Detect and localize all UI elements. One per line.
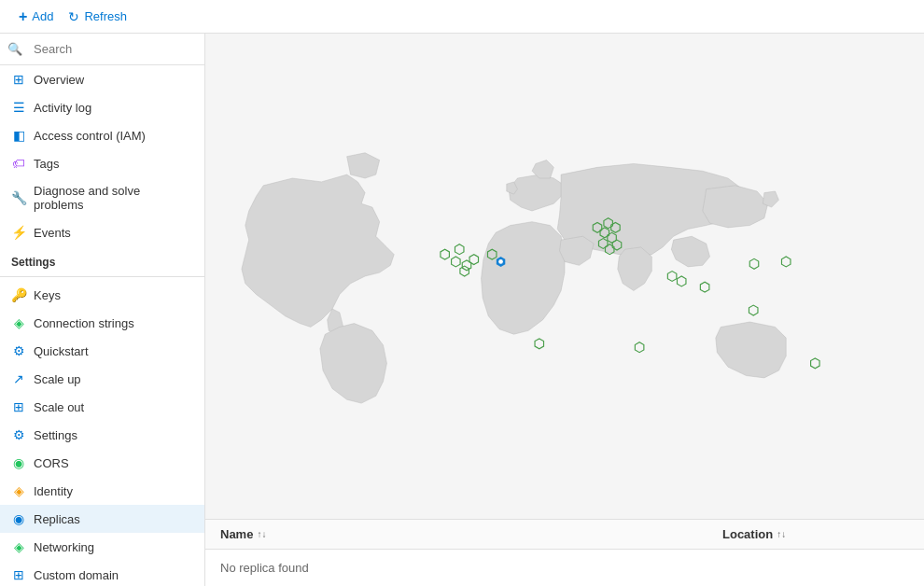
map-marker-0 — [441, 249, 449, 259]
sidebar-item-activity-log[interactable]: ☰ Activity log — [0, 93, 204, 121]
sidebar-label-identity: Identity — [34, 484, 73, 498]
map-marker-5 — [460, 266, 469, 276]
settings-icon: ⚙ — [11, 427, 26, 442]
access-control-icon: ◧ — [11, 128, 26, 143]
refresh-label: Refresh — [84, 9, 127, 23]
sidebar: 🔍 ⊞ Overview ☰ Activity log ◧ Access con… — [0, 34, 205, 586]
sidebar-label-cors: CORS — [34, 456, 69, 470]
identity-icon: ◈ — [11, 483, 26, 498]
sidebar-item-scale-out[interactable]: ⊞ Scale out — [0, 393, 204, 421]
search-box: 🔍 — [0, 34, 204, 65]
plus-icon: + — [19, 8, 27, 25]
sidebar-item-keys[interactable]: 🔑 Keys — [0, 281, 204, 309]
sidebar-label-networking: Networking — [34, 540, 94, 554]
sidebar-label-replicas: Replicas — [34, 512, 80, 526]
sidebar-item-overview[interactable]: ⊞ Overview — [0, 65, 204, 93]
no-data-message: No replica found — [220, 557, 909, 579]
sidebar-item-networking[interactable]: ◈ Networking — [0, 533, 204, 561]
sidebar-item-access-control[interactable]: ◧ Access control (IAM) — [0, 121, 204, 149]
scale-out-icon: ⊞ — [11, 399, 26, 414]
sidebar-item-cors[interactable]: ◉ CORS — [0, 449, 204, 477]
sidebar-item-replicas[interactable]: ◉ Replicas — [0, 505, 204, 533]
networking-icon: ◈ — [11, 539, 26, 554]
sidebar-label-diagnose: Diagnose and solve problems — [34, 184, 193, 212]
refresh-icon: ↻ — [68, 9, 79, 24]
map-marker-center-6 — [498, 259, 503, 264]
sidebar-label-scale-out: Scale out — [34, 400, 84, 414]
sidebar-label-events: Events — [34, 226, 71, 240]
activity-log-icon: ☰ — [11, 100, 26, 115]
quickstart-icon: ⚙ — [11, 343, 26, 358]
sidebar-nav: ⊞ Overview ☰ Activity log ◧ Access contr… — [0, 65, 204, 586]
sidebar-label-quickstart: Quickstart — [34, 344, 89, 358]
settings-section-header: Settings — [0, 246, 204, 272]
content-area: Name ↑↓ Location ↑↓ No replica found — [205, 34, 924, 586]
map-marker-19 — [749, 258, 758, 269]
map-marker-24 — [635, 342, 643, 353]
sidebar-item-diagnose[interactable]: 🔧 Diagnose and solve problems — [0, 177, 204, 218]
keys-icon: 🔑 — [11, 287, 26, 302]
add-button[interactable]: + Add — [11, 5, 61, 29]
sidebar-item-scale-up[interactable]: ↗ Scale up — [0, 365, 204, 393]
refresh-button[interactable]: ↻ Refresh — [61, 6, 134, 28]
map-marker-17 — [677, 276, 685, 286]
table-header: Name ↑↓ Location ↑↓ — [205, 520, 924, 550]
map-marker-23 — [535, 339, 543, 349]
search-input[interactable] — [28, 39, 197, 59]
sidebar-item-custom-domain[interactable]: ⊞ Custom domain — [0, 561, 204, 586]
map-marker-20 — [781, 257, 790, 267]
map-container — [205, 34, 924, 520]
sidebar-item-tags[interactable]: 🏷 Tags — [0, 149, 204, 177]
replicas-icon: ◉ — [11, 511, 26, 526]
map-marker-4 — [469, 255, 478, 265]
replica-table: Name ↑↓ Location ↑↓ No replica found — [205, 520, 924, 586]
name-sort-icon: ↑↓ — [257, 529, 266, 539]
sidebar-label-custom-domain: Custom domain — [34, 568, 119, 582]
add-label: Add — [32, 9, 53, 23]
map-marker-21 — [749, 305, 757, 315]
sidebar-label-keys: Keys — [34, 288, 61, 302]
location-sort-icon: ↑↓ — [777, 529, 786, 539]
connection-strings-icon: ◈ — [11, 315, 26, 330]
map-marker-22 — [811, 358, 819, 369]
cors-icon: ◉ — [11, 455, 26, 470]
map-marker-1 — [455, 244, 463, 255]
main-layout: 🔍 ⊞ Overview ☰ Activity log ◧ Access con… — [0, 34, 924, 586]
sidebar-label-settings: Settings — [34, 428, 77, 442]
sidebar-label-tags: Tags — [34, 157, 59, 171]
tags-icon: 🏷 — [11, 156, 26, 171]
diagnose-icon: 🔧 — [11, 190, 26, 205]
sidebar-label-connection-strings: Connection strings — [34, 316, 134, 330]
events-icon: ⚡ — [11, 225, 26, 240]
scale-up-icon: ↗ — [11, 371, 26, 386]
map-marker-2 — [452, 257, 460, 267]
sidebar-label-activity-log: Activity log — [34, 101, 91, 115]
custom-domain-icon: ⊞ — [11, 567, 26, 582]
map-marker-18 — [700, 282, 708, 292]
section-divider — [0, 276, 204, 277]
sidebar-item-identity[interactable]: ◈ Identity — [0, 477, 204, 505]
toolbar: + Add ↻ Refresh — [0, 0, 924, 34]
location-column-header[interactable]: Location ↑↓ — [722, 527, 909, 541]
sidebar-label-access-control: Access control (IAM) — [34, 129, 146, 143]
search-icon: 🔍 — [7, 42, 22, 56]
sidebar-label-overview: Overview — [34, 73, 84, 87]
overview-icon: ⊞ — [11, 72, 26, 87]
map-marker-16 — [667, 272, 676, 282]
world-map — [205, 34, 924, 519]
sidebar-item-connection-strings[interactable]: ◈ Connection strings — [0, 309, 204, 337]
name-column-header[interactable]: Name ↑↓ — [220, 527, 722, 541]
sidebar-item-events[interactable]: ⚡ Events — [0, 218, 204, 246]
sidebar-item-quickstart[interactable]: ⚙ Quickstart — [0, 337, 204, 365]
sidebar-item-settings[interactable]: ⚙ Settings — [0, 421, 204, 449]
table-body: No replica found — [205, 550, 924, 586]
sidebar-label-scale-up: Scale up — [34, 372, 81, 386]
